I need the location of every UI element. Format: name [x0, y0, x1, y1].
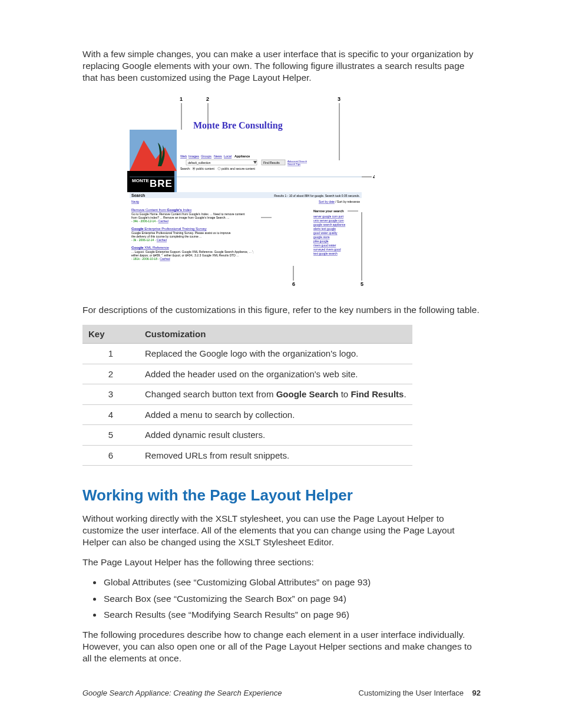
org-logo: MONTE BRE [127, 130, 177, 192]
svg-text:Images: Images [189, 154, 199, 158]
svg-text:Google XML Reference: Google XML Reference [131, 246, 169, 249]
svg-text:- 3k - 2006-12-14 - Cached: - 3k - 2006-12-14 - Cached [131, 238, 167, 242]
page-number: 92 [472, 689, 481, 697]
svg-text:Search:: Search: [180, 167, 190, 170]
svg-text:3: 3 [338, 96, 340, 102]
section-heading: Working with the Page Layout Helper [82, 486, 481, 506]
svg-text:text google search: text google search [313, 252, 338, 255]
svg-text:public content: public content [196, 167, 214, 170]
svg-text:google search appliance: google search appliance [313, 223, 345, 226]
customization-table: Key Customization 1Replaced the Google l… [82, 325, 412, 466]
svg-text:rivers good water: rivers good water [313, 243, 336, 247]
list-item: Search Box (see “Customizing the Search … [103, 593, 481, 605]
page-footer: Google Search Appliance: Creating the Se… [82, 689, 481, 699]
svg-text:Search Tips: Search Tips [287, 163, 300, 166]
svg-text:server google com port: server google com port [313, 215, 344, 218]
table-row: 2Added the header used on the organizati… [82, 364, 412, 384]
footer-doc-title: Google Search Appliance: Creating the Se… [82, 689, 282, 699]
svg-point-33 [218, 167, 220, 170]
svg-text:Navig: Navig [131, 200, 139, 203]
svg-text:- 34k - 2006-12-14 - Cached: - 34k - 2006-12-14 - Cached [131, 219, 168, 223]
svg-text:Appliance: Appliance [234, 154, 250, 158]
section-p2: The Page Layout Helper has the following… [82, 556, 481, 568]
footer-section: Customizing the User Interface 92 [359, 689, 481, 699]
col-key: Key [82, 325, 139, 344]
svg-text:1: 1 [180, 96, 183, 102]
svg-text:surveyed rivers good: surveyed rivers good [313, 248, 341, 251]
table-row: 4Added a menu to search by collection. [82, 404, 412, 425]
svg-text:Web: Web [180, 154, 187, 158]
customized-results-figure: 1 2 3 4 5 6 Monte Bre Consulting MONTE B… [127, 94, 375, 289]
svg-text:pike google: pike google [313, 239, 329, 243]
after-figure-paragraph: For descriptions of the customizations i… [82, 304, 481, 316]
intro-paragraph: With a few simple changes, you can make … [82, 48, 481, 84]
svg-text:News: News [214, 154, 222, 158]
banner-title: Monte Bre Consulting [193, 120, 283, 131]
col-customization: Customization [139, 325, 412, 344]
figure-svg: 1 2 3 4 5 6 Monte Bre Consulting MONTE B… [127, 94, 375, 289]
sections-list: Global Attributes (see “Customizing Glob… [82, 577, 481, 620]
svg-text:good water quality: good water quality [313, 231, 338, 235]
svg-text:2: 2 [206, 96, 209, 102]
svg-text:BRE: BRE [150, 178, 173, 189]
list-item: Global Attributes (see “Customizing Glob… [103, 577, 481, 588]
list-item: Search Results (see “Modifying Search Re… [103, 609, 481, 621]
svg-text:Results 1 - 10 of about 884 fo: Results 1 - 10 of about 884 for google. … [274, 194, 360, 197]
svg-text:Narrow your search: Narrow your search [313, 209, 344, 213]
svg-text:MONTE: MONTE [132, 178, 150, 183]
table-row: 6Removed URLs from result snippets. [82, 445, 412, 466]
svg-text:- 181k - 2006-10-18 - Cached: - 181k - 2006-10-18 - Cached [131, 257, 170, 261]
svg-text:6: 6 [292, 281, 295, 287]
svg-text:4: 4 [373, 174, 375, 180]
svg-text:alerts text google: alerts text google [313, 227, 336, 230]
table-row: 1Replaced the Google logo with the organ… [82, 344, 412, 364]
svg-text:Find Results: Find Results [263, 161, 280, 164]
section-p1: Without working directly with the XSLT s… [82, 513, 481, 548]
svg-text:5: 5 [361, 281, 363, 287]
svg-text:Sort by date / Sort by relevan: Sort by date / Sort by relevance [319, 200, 360, 203]
svg-text:Search: Search [131, 193, 145, 197]
svg-text:Local: Local [224, 154, 232, 158]
svg-text:default_collection: default_collection [188, 161, 211, 164]
svg-text:Groups: Groups [201, 154, 211, 158]
svg-text:public and secure content: public and secure content [222, 167, 256, 170]
svg-text:unix server google com: unix server google com [313, 219, 344, 222]
table-row: 5 Added dynamic result clusters. [82, 425, 412, 446]
section-p3: The following procedures describe how to… [82, 629, 481, 664]
svg-point-31 [193, 168, 194, 169]
svg-text:Remove Content from Google's I: Remove Content from Google's Index [131, 208, 191, 212]
table-row: 3 Changed search button text from Google… [82, 384, 412, 405]
svg-text:google store: google store [313, 235, 330, 239]
svg-text:Google Enterprise Professional: Google Enterprise Professional Training … [131, 227, 207, 230]
